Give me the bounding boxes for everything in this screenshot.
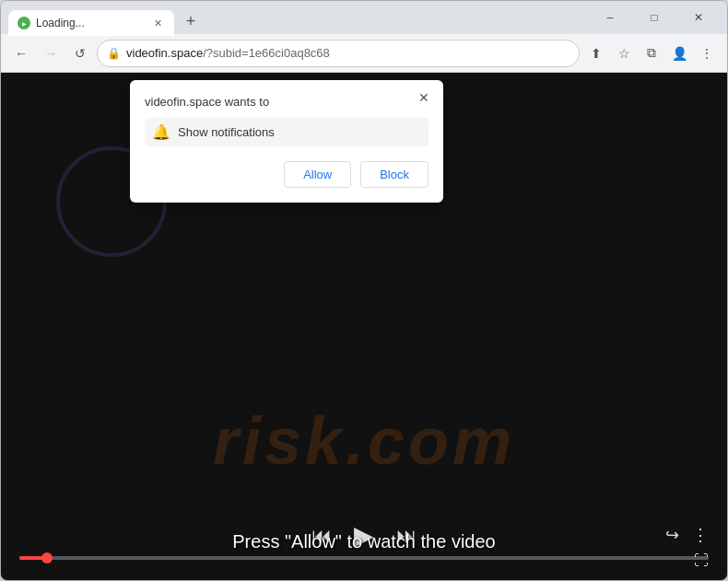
address-domain: videofin.space (126, 46, 203, 60)
more-menu-button[interactable]: ⋮ (694, 41, 720, 66)
back-button[interactable]: ← (8, 41, 34, 66)
reload-button[interactable]: ↺ (67, 41, 93, 66)
progress-dot (41, 552, 53, 564)
lock-icon: 🔒 (107, 47, 121, 60)
new-tab-button[interactable]: + (178, 8, 204, 34)
navigation-bar: ← → ↺ 🔒 videofin.space/?subid=1e66ci0aq8… (1, 34, 727, 73)
permission-text: Show notifications (178, 125, 275, 139)
address-path: /?subid=1e66ci0aq8c68 (203, 46, 330, 60)
browser-window: Loading... ✕ + – □ ✕ ← → ↺ 🔒 videofin.sp… (0, 0, 728, 581)
tab-title: Loading... (36, 17, 145, 29)
popup-permission: 🔔 Show notifications (145, 118, 429, 146)
tab-close-button[interactable]: ✕ (150, 16, 165, 30)
fullscreen-button[interactable]: ⛶ (694, 552, 709, 569)
minimize-button[interactable]: – (589, 3, 631, 32)
block-button[interactable]: Block (360, 161, 429, 188)
forward-button[interactable]: → (38, 41, 64, 66)
profile-button[interactable]: 👤 (666, 41, 692, 66)
maximize-button[interactable]: □ (633, 3, 675, 32)
bell-icon: 🔔 (152, 123, 170, 141)
address-bar[interactable]: 🔒 videofin.space/?subid=1e66ci0aq8c68 (97, 40, 580, 67)
share-toolbar-button[interactable]: ⬆ (583, 41, 609, 66)
watermark-text: risk.com (1, 403, 727, 479)
popup-close-button[interactable]: ✕ (414, 87, 434, 108)
title-bar: Loading... ✕ + – □ ✕ (1, 1, 727, 34)
bookmark-button[interactable]: ☆ (611, 41, 637, 66)
split-button[interactable]: ⧉ (639, 41, 664, 66)
tab-strip: Loading... ✕ + (8, 1, 589, 34)
page-content: risk.com ↪ ⋮ ⏮ ▶ ⏭ ⛶ (1, 73, 727, 580)
window-controls: – □ ✕ (589, 3, 720, 32)
address-text: videofin.space/?subid=1e66ci0aq8c68 (126, 46, 569, 60)
tab-favicon (18, 17, 30, 29)
progress-fill (19, 556, 47, 560)
progress-bar[interactable] (19, 556, 709, 560)
allow-button[interactable]: Allow (284, 161, 351, 188)
notification-popup: ✕ videofin.space wants to 🔔 Show notific… (130, 80, 443, 203)
popup-title: videofin.space wants to (145, 95, 429, 109)
popup-buttons: Allow Block (145, 161, 429, 188)
video-subtitle: Press "Allow" to watch the video (1, 531, 727, 552)
active-tab[interactable]: Loading... ✕ (8, 10, 174, 36)
toolbar-icons: ⬆ ☆ ⧉ 👤 ⋮ (583, 41, 720, 66)
close-button[interactable]: ✕ (677, 3, 720, 32)
